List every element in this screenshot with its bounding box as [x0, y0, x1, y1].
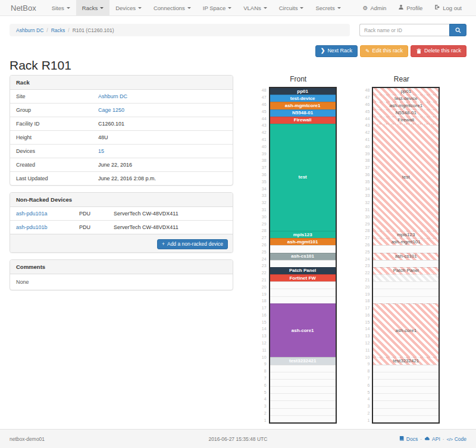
unit-number: 2 [363, 410, 369, 417]
unit-number: 42 [260, 129, 267, 136]
unit-number: 9 [363, 361, 369, 368]
comments-body: None [10, 274, 233, 290]
unit-number: 44 [260, 115, 267, 122]
attr-row-created: CreatedJune 22, 2016 [10, 158, 233, 171]
attr-row-facility-id: Facility IDC1260.101 [10, 117, 233, 130]
unit-number: 35 [260, 178, 267, 185]
device-link-ash-pdu101b[interactable]: ash-pdu101b [16, 224, 48, 230]
unit-number: 1 [363, 416, 369, 424]
rack-unit-empty [270, 289, 336, 296]
add-non-racked-device-button[interactable]: + Add a non-racked device [157, 239, 228, 249]
unit-number: 20 [260, 283, 267, 290]
delete-rack-button[interactable]: Delete this rack [411, 45, 466, 57]
trash-icon [416, 48, 422, 54]
rack-device-ash-cs101[interactable]: ash-cs101 [270, 253, 336, 260]
rack-unit-empty [373, 408, 439, 415]
breadcrumb-item-ashburn-dc[interactable]: Ashburn DC [16, 27, 43, 33]
rack-device-ash-mgmtcore1[interactable]: ash-mgmtcore1 [270, 102, 336, 109]
rack-device-pp01[interactable]: pp01 [270, 88, 336, 95]
rack-device-n5548-01[interactable]: N5548-01 [270, 109, 336, 117]
nav-item-vlans[interactable]: VLANs [237, 0, 273, 15]
next-rack-button[interactable]: ❯ Next Rack [315, 45, 358, 57]
unit-number: 23 [260, 262, 267, 270]
rack-device-test[interactable]: test [373, 124, 439, 231]
unit-number: 48 [260, 87, 267, 94]
unit-number: 44 [363, 115, 369, 122]
nav-item-circuits[interactable]: Circuits [273, 0, 310, 15]
rack-device-test-device[interactable]: test-device [373, 95, 439, 102]
unit-number: 39 [363, 150, 369, 157]
unit-number: 31 [260, 206, 267, 214]
rack-device-firewall[interactable]: Firewall [373, 117, 439, 124]
unit-number: 37 [260, 164, 267, 171]
rack-device-fortinet-fw[interactable]: Fortinet FW [270, 274, 336, 281]
attr-row-devices: Devices15 [10, 144, 233, 158]
rack-device-test[interactable]: test [270, 124, 336, 231]
attr-link-site[interactable]: Ashburn DC [98, 93, 127, 99]
front-unit-numbers: 4847464544434241403938373635343332313029… [260, 87, 269, 424]
unit-number: 39 [260, 150, 267, 157]
nav-item-profile[interactable]: Profile [392, 0, 428, 15]
unit-number: 8 [260, 368, 267, 375]
front-rack-title: Front [290, 75, 306, 83]
nav-item-devices[interactable]: Devices [109, 0, 148, 15]
unit-number: 31 [363, 206, 369, 214]
rack-device-unlabeled[interactable] [373, 274, 439, 281]
brand-logo[interactable]: NetBox [8, 0, 39, 15]
search-input[interactable] [359, 24, 449, 36]
unit-number: 38 [260, 157, 267, 164]
rear-rack: pp01test-deviceash-mgmtcore1N5548-01Fire… [372, 87, 440, 424]
rack-device-mpls123[interactable]: mpls123 [270, 231, 336, 238]
rack-device-firewall[interactable]: Firewall [270, 117, 336, 124]
rack-unit-empty [373, 372, 439, 379]
unit-number: 25 [260, 248, 267, 255]
footer: netbox-demo01 2016-06-27 15:35:48 UTC Do… [0, 429, 476, 448]
nav-item-ip-space[interactable]: IP Space [197, 0, 237, 15]
rack-unit-empty [270, 281, 336, 289]
unit-number: 18 [260, 297, 267, 305]
footer-link-api[interactable]: API [424, 436, 440, 443]
rack-device-test-device[interactable]: test-device [270, 95, 336, 102]
attr-row-height: Height48U [10, 130, 233, 144]
breadcrumb-item-racks[interactable]: Racks [51, 27, 65, 33]
rack-device-pp01[interactable]: pp01 [373, 88, 439, 95]
rack-device-ash-core1[interactable]: ash-core1 [270, 303, 336, 358]
rack-device-n5548-01[interactable]: N5548-01 [373, 109, 439, 117]
unit-number: 13 [260, 333, 267, 340]
unit-number: 16 [260, 312, 267, 319]
attr-link-group[interactable]: Cage 1250 [98, 107, 124, 113]
nav-item-racks[interactable]: Racks [76, 0, 109, 15]
nav-item-sites[interactable]: Sites [46, 0, 76, 15]
unit-number: 47 [363, 94, 369, 101]
attr-link-devices[interactable]: 15 [98, 148, 104, 154]
nav-item-admin[interactable]: ⚙Admin [356, 0, 392, 15]
non-racked-device-row: ash-pdu101bPDUServerTech CW-48VDX411 [10, 220, 233, 234]
footer-link-code[interactable]: </>Code [447, 436, 466, 442]
rack-device-patch-panel[interactable]: Patch Panel [373, 267, 439, 274]
unit-number: 2 [260, 410, 267, 417]
rack-device-ash-cs101[interactable]: ash-cs101 [373, 253, 439, 260]
chevron-down-icon [187, 7, 191, 9]
device-link-ash-pdu101a[interactable]: ash-pdu101a [16, 211, 48, 217]
rack-device-ash-mgmtcore1[interactable]: ash-mgmtcore1 [373, 102, 439, 109]
rack-device-ash-mgmt101[interactable]: ash-mgmt101 [270, 238, 336, 245]
nav-item-log-out[interactable]: Log out [428, 0, 468, 15]
rack-device-test3232421[interactable]: test3232421 [270, 357, 336, 364]
rack-device-ash-core1[interactable]: ash-core1 [373, 303, 439, 358]
rack-device-ash-mgmt101[interactable]: ash-mgmt101 [373, 238, 439, 245]
unit-number: 14 [363, 325, 369, 333]
rack-device-test3232421[interactable]: test3232421 [373, 357, 439, 364]
rack-device-mpls123[interactable]: mpls123 [373, 231, 439, 238]
chevron-down-icon [67, 7, 70, 9]
unit-number: 17 [260, 305, 267, 312]
unit-number: 40 [260, 143, 267, 150]
nav-item-secrets[interactable]: Secrets [309, 0, 346, 15]
footer-link-docs[interactable]: Docs [399, 436, 418, 443]
search-button[interactable] [449, 24, 466, 36]
unit-number: 21 [260, 277, 267, 284]
edit-rack-button[interactable]: ✎ Edit this rack [360, 45, 408, 57]
nav-item-connections[interactable]: Connections [148, 0, 197, 15]
unit-number: 34 [260, 185, 267, 192]
rack-device-patch-panel[interactable]: Patch Panel [270, 267, 336, 274]
code-icon: </> [447, 436, 453, 442]
